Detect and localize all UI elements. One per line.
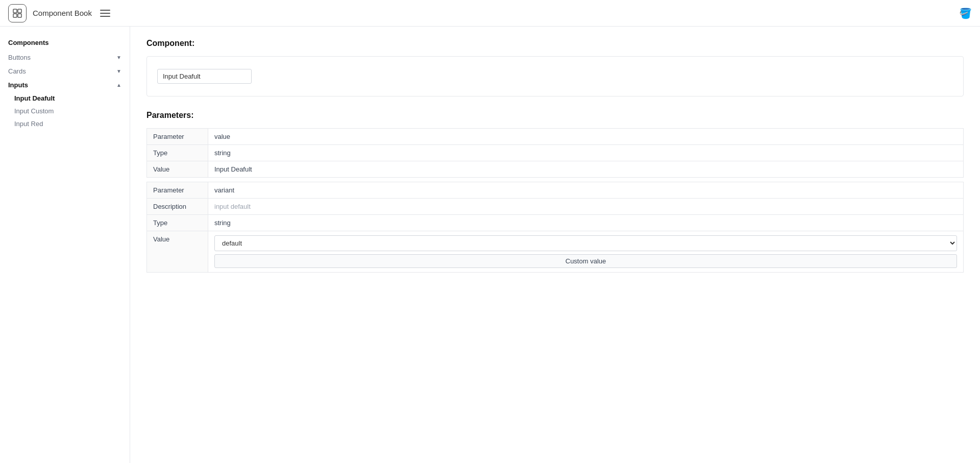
param-label-description: Description: [147, 199, 208, 215]
header-left: Component Book: [8, 4, 112, 22]
sidebar-item-buttons[interactable]: Buttons ▼: [0, 51, 130, 64]
table-row: Value Input Deafult: [147, 161, 964, 178]
param-value-description: input default: [208, 199, 964, 215]
component-section-title: Component:: [146, 39, 964, 48]
param-label-parameter: Parameter: [147, 129, 208, 145]
table-row: Type string: [147, 145, 964, 161]
table-row: Description input default: [147, 199, 964, 215]
param-value-type2: string: [208, 215, 964, 231]
param-value-cell-variant: default custom red Custom value: [208, 231, 964, 273]
param-label-value2: Value: [147, 231, 208, 273]
param-label-type: Type: [147, 145, 208, 161]
main-layout: Components Buttons ▼ Cards ▼ Inputs ▲ In…: [0, 27, 980, 463]
param-group-value: Parameter value Type string Value Input …: [146, 128, 964, 178]
sidebar-item-inputs[interactable]: Inputs ▲: [0, 78, 130, 92]
param-value-value: value: [208, 129, 964, 145]
sidebar-item-inputs-label: Inputs: [8, 81, 28, 89]
svg-rect-2: [13, 14, 17, 17]
param-value-input-deafult: Input Deafult: [208, 161, 964, 178]
component-preview: [146, 56, 964, 96]
sidebar-item-cards-label: Cards: [8, 67, 26, 75]
preview-input[interactable]: [157, 69, 252, 84]
param-table-value: Parameter value Type string Value Input …: [146, 128, 964, 178]
svg-rect-1: [18, 9, 21, 13]
sidebar-sub-item-input-custom[interactable]: Input Custom: [0, 105, 130, 117]
sidebar-item-buttons-label: Buttons: [8, 54, 31, 61]
custom-value-button[interactable]: Custom value: [214, 254, 957, 268]
table-row: Parameter value: [147, 129, 964, 145]
value-cell-inner: default custom red Custom value: [214, 235, 957, 268]
param-label-parameter2: Parameter: [147, 182, 208, 199]
param-value-type: string: [208, 145, 964, 161]
table-row: Parameter variant: [147, 182, 964, 199]
app-header: Component Book 🪣: [0, 0, 980, 27]
app-logo: [8, 4, 27, 22]
table-row: Type string: [147, 215, 964, 231]
sidebar: Components Buttons ▼ Cards ▼ Inputs ▲ In…: [0, 27, 130, 463]
param-value-variant: variant: [208, 182, 964, 199]
sidebar-section-label: Components: [0, 35, 130, 51]
sidebar-sub-item-input-red[interactable]: Input Red: [0, 117, 130, 130]
paint-bucket-icon[interactable]: 🪣: [959, 7, 972, 19]
sidebar-sub-item-input-deafult[interactable]: Input Deafult: [0, 92, 130, 105]
param-group-variant: Parameter variant Description input defa…: [146, 182, 964, 273]
cards-collapse-icon: ▼: [116, 68, 121, 74]
param-table-variant: Parameter variant Description input defa…: [146, 182, 964, 273]
buttons-collapse-icon: ▼: [116, 55, 121, 60]
table-row: Value default custom red Custom value: [147, 231, 964, 273]
variant-select[interactable]: default custom red: [214, 235, 957, 251]
param-label-type2: Type: [147, 215, 208, 231]
app-title: Component Book: [33, 9, 92, 17]
svg-rect-3: [18, 14, 21, 17]
svg-rect-0: [13, 9, 17, 13]
param-label-value: Value: [147, 161, 208, 178]
main-content: Component: Parameters: Parameter value T…: [130, 27, 980, 463]
sidebar-item-cards[interactable]: Cards ▼: [0, 64, 130, 78]
inputs-collapse-icon: ▲: [116, 82, 121, 88]
hamburger-icon[interactable]: [98, 8, 112, 19]
parameters-section-title: Parameters:: [146, 111, 964, 120]
